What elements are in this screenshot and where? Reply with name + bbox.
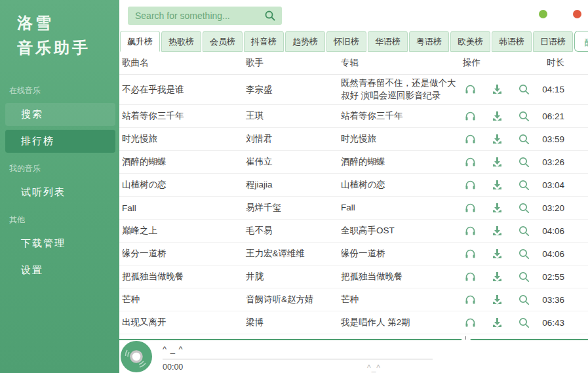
main-area: 飙升榜热歌榜会员榜抖音榜趋势榜怀旧榜华语榜粤语榜欧美榜韩语榜日语榜酷我音乐 歌曲… [119,0,588,373]
headphone-listen-icon[interactable] [464,110,477,123]
song-row[interactable]: 芒种音阙诗听&赵方婧芒种03:36 [119,288,588,311]
song-row[interactable]: 站着等你三千年王琪站着等你三千年06:21 [119,105,588,128]
header-bar [119,0,588,31]
download-icon[interactable] [491,294,503,306]
download-icon[interactable] [491,110,503,123]
search-song-icon[interactable] [518,202,530,214]
headphone-listen-icon[interactable] [464,271,477,283]
row-operations [463,179,535,191]
sidebar-item[interactable]: 设置 [5,259,115,282]
sidebar-item[interactable]: 试听列表 [5,181,115,204]
song-duration: 03:20 [535,203,588,213]
search-icon[interactable] [264,10,276,22]
music-source-selector[interactable]: 酷我音乐 [574,31,588,52]
download-icon[interactable] [491,202,503,214]
song-name: 酒醉的蝴蝶 [119,156,246,168]
sidebar-item[interactable]: 下载管理 [5,232,115,255]
artist-name: 李宗盛 [246,84,341,96]
download-icon[interactable] [491,83,503,96]
search-box[interactable] [128,7,282,25]
artist-name: 易烊千玺 [246,202,341,214]
download-icon[interactable] [491,317,503,329]
song-row[interactable]: 时光慢旅刘惜君时光慢旅03:59 [119,128,588,151]
chart-tab[interactable]: 华语榜 [368,31,408,52]
chart-tab[interactable]: 会员榜 [203,31,243,52]
header-artist: 歌手 [246,57,341,69]
headphone-listen-icon[interactable] [464,83,477,96]
song-duration: 03:36 [535,295,588,305]
song-row[interactable]: 不必在乎我是谁李宗盛既然青春留不住，还是做个大叔好 演唱会巡回影音纪录04:15 [119,75,588,105]
download-icon[interactable] [491,248,503,260]
search-song-icon[interactable] [518,271,530,283]
headphone-listen-icon[interactable] [464,317,477,329]
search-song-icon[interactable] [518,133,530,146]
search-song-icon[interactable] [518,317,530,329]
song-duration: 06:21 [535,111,588,121]
headphone-listen-icon[interactable] [464,133,477,146]
headphone-listen-icon[interactable] [464,248,477,260]
song-name: 缘分一道桥 [119,248,246,260]
chart-tab[interactable]: 飙升榜 [120,31,160,52]
song-duration: 06:43 [535,318,588,328]
song-duration: 03:26 [535,157,588,167]
download-icon[interactable] [491,133,503,146]
headphone-listen-icon[interactable] [464,225,477,237]
artist-name: 王力宏&谭维维 [246,248,341,260]
search-song-icon[interactable] [518,225,530,237]
sidebar-nav: 在线音乐搜索排行榜我的音乐试听列表其他下载管理设置 [0,79,119,282]
chart-tab[interactable]: 韩语榜 [492,31,532,52]
headphone-listen-icon[interactable] [464,156,477,168]
song-row[interactable]: 山楂树の恋程jiajia山楂树の恋03:04 [119,174,588,197]
row-operations [463,317,535,329]
download-icon[interactable] [491,271,503,283]
search-song-icon[interactable] [518,156,530,168]
sidebar-item[interactable]: 搜索 [5,103,115,126]
song-duration: 03:04 [535,180,588,190]
chart-tab[interactable]: 日语榜 [533,31,573,52]
album-disc-icon[interactable] [121,341,152,372]
close-dot-button[interactable] [573,10,581,18]
chart-tabbar: 飙升榜热歌榜会员榜抖音榜趋势榜怀旧榜华语榜粤语榜欧美榜韩语榜日语榜酷我音乐 [119,31,588,52]
search-song-icon[interactable] [518,179,530,191]
sidebar-item[interactable]: 排行榜 [5,130,115,153]
song-row[interactable]: 把孤独当做晚餐井胧把孤独当做晚餐02:55 [119,265,588,288]
player-expand-notch[interactable] [461,335,471,340]
album-name: 站着等你三千年 [341,110,463,122]
chart-tab[interactable]: 粤语榜 [409,31,449,52]
chart-tab[interactable]: 欧美榜 [450,31,490,52]
headphone-listen-icon[interactable] [464,202,477,214]
chart-tab[interactable]: 趋势榜 [285,31,325,52]
chart-tab[interactable]: 热歌榜 [161,31,201,52]
artist-name: 崔伟立 [246,156,341,168]
song-row[interactable]: Fall易烊千玺Fall03:20 [119,197,588,220]
chart-tab[interactable]: 抖音榜 [244,31,284,52]
song-name: 出现又离开 [119,317,246,328]
album-name: 酒醉的蝴蝶 [341,156,463,168]
chart-tab[interactable]: 怀旧榜 [326,31,366,52]
song-row[interactable]: 巅峰之上毛不易全职高手OST04:06 [119,220,588,243]
download-icon[interactable] [491,179,503,191]
song-row[interactable]: 缘分一道桥王力宏&谭维维缘份一道桥04:06 [119,243,588,265]
download-icon[interactable] [491,156,503,168]
download-icon[interactable] [491,225,503,237]
minimize-dot-button[interactable] [539,10,547,18]
search-song-icon[interactable] [518,294,530,306]
search-input[interactable] [135,10,264,21]
artist-name: 梁博 [246,317,341,328]
search-song-icon[interactable] [518,110,530,123]
search-song-icon[interactable] [518,83,530,96]
headphone-listen-icon[interactable] [464,294,477,306]
artist-name: 毛不易 [246,225,341,237]
row-operations [463,133,535,146]
album-name: 山楂树の恋 [341,179,463,191]
progress-bar[interactable] [163,359,433,360]
song-name: 把孤独当做晚餐 [119,271,246,283]
header-operations: 操作 [463,57,535,69]
artist-name: 程jiajia [246,179,341,191]
song-row[interactable]: 出现又离开梁博我是唱作人 第2期06:43 [119,311,588,334]
song-row[interactable]: 酒醉的蝴蝶崔伟立酒醉的蝴蝶03:26 [119,151,588,174]
search-song-icon[interactable] [518,248,530,260]
song-name: 不必在乎我是谁 [119,84,246,96]
album-name: 我是唱作人 第2期 [341,317,463,328]
headphone-listen-icon[interactable] [464,179,477,191]
